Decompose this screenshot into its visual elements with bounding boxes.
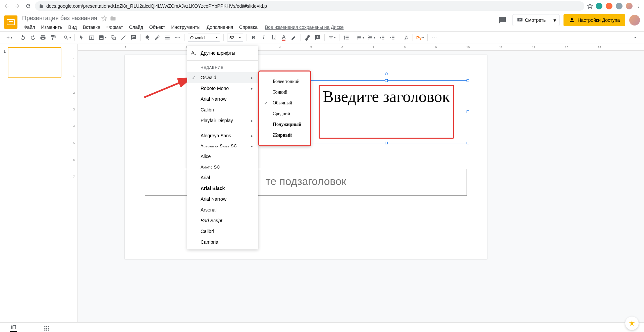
font-item[interactable]: Amatic SC <box>187 162 258 172</box>
text-color-button[interactable]: A <box>279 33 288 42</box>
font-item[interactable]: Alice <box>187 151 258 162</box>
redo-button[interactable] <box>28 33 38 42</box>
more-tools-button[interactable]: ⋯ <box>430 33 439 42</box>
font-item[interactable]: Arsenal <box>187 204 258 215</box>
url-bar[interactable]: docs.google.com/presentation/d/1qZl8r_RL… <box>35 1 584 11</box>
fill-color-button[interactable] <box>143 33 152 42</box>
font-item[interactable]: Arial Narrow <box>187 194 258 204</box>
select-tool[interactable] <box>77 33 86 42</box>
weight-item[interactable]: Более тонкий <box>259 76 310 87</box>
font-item[interactable]: Roboto Mono▸ <box>187 83 258 94</box>
menu-объект[interactable]: Объект <box>147 23 168 31</box>
italic-button[interactable]: I <box>259 33 268 42</box>
more-fonts-item[interactable]: A+ Другие шрифты <box>187 48 258 58</box>
font-item[interactable]: Arial Narrow <box>187 94 258 104</box>
present-label: Смотреть <box>525 17 546 23</box>
menu-слайд[interactable]: Слайд <box>126 23 146 31</box>
border-dash-button[interactable] <box>173 33 182 42</box>
profile-icon[interactable] <box>626 3 633 9</box>
menu-вид[interactable]: Вид <box>66 23 79 31</box>
font-item[interactable]: Alegreya Sans▸ <box>187 130 258 141</box>
font-item[interactable]: ✓Oswald▸ <box>187 72 258 83</box>
extension-icons: ⋮ <box>596 3 641 9</box>
menu-изменить[interactable]: Изменить <box>38 23 65 31</box>
comment-tool[interactable] <box>129 33 138 42</box>
filmstrip-view-icon[interactable] <box>10 325 17 332</box>
user-avatar[interactable] <box>629 15 640 26</box>
collapse-toolbar-button[interactable] <box>631 33 640 42</box>
lock-icon <box>39 4 44 8</box>
highlight-button[interactable] <box>289 33 299 42</box>
menu-вставка[interactable]: Вставка <box>80 23 103 31</box>
print-button[interactable] <box>38 33 48 42</box>
star-document-icon[interactable] <box>101 15 107 21</box>
link-button[interactable] <box>303 33 312 42</box>
font-item[interactable]: Arial Black <box>187 183 258 194</box>
zoom-button[interactable]: ▾ <box>62 33 72 42</box>
bulleted-list-button[interactable]: ▾ <box>366 33 377 42</box>
border-weight-button[interactable] <box>163 33 172 42</box>
font-item[interactable]: Cambria <box>187 237 258 247</box>
ext-icon-2[interactable] <box>606 3 612 9</box>
shape-tool[interactable] <box>109 33 118 42</box>
font-item[interactable]: Bad Script <box>187 215 258 226</box>
menu-дополнения[interactable]: Дополнения <box>204 23 236 31</box>
border-color-button[interactable] <box>153 33 162 42</box>
forward-button[interactable] <box>13 2 21 10</box>
move-folder-icon[interactable] <box>110 15 116 21</box>
textbox-tool[interactable] <box>87 33 96 42</box>
numbered-list-button[interactable]: ▾ <box>355 33 366 42</box>
paint-format-button[interactable] <box>48 33 58 42</box>
submenu-arrow-icon: ▸ <box>251 144 253 148</box>
increase-indent-button[interactable] <box>387 33 397 42</box>
present-dropdown[interactable]: ▾ <box>550 14 559 26</box>
share-label: Настройки Доступа <box>578 17 620 23</box>
menu-файл[interactable]: Файл <box>21 23 38 31</box>
ext-icon-1[interactable] <box>596 3 602 9</box>
back-button[interactable] <box>3 2 11 10</box>
doc-title[interactable]: Презентация без названия <box>21 14 99 22</box>
share-button[interactable]: Настройки Доступа <box>564 14 625 26</box>
add-comment-button[interactable] <box>313 33 322 42</box>
present-button[interactable]: Смотреть ▾ <box>513 14 559 26</box>
reload-button[interactable] <box>24 2 32 10</box>
weight-item[interactable]: Тонкий <box>259 87 310 98</box>
py-button[interactable]: Py▾ <box>415 33 425 42</box>
weight-item[interactable]: Жирный <box>259 130 310 141</box>
grid-view-icon[interactable] <box>44 325 50 331</box>
align-button[interactable]: ▾ <box>327 33 337 42</box>
decrease-indent-button[interactable] <box>377 33 387 42</box>
title-placeholder[interactable]: Введите заголовок <box>306 82 467 142</box>
explore-button[interactable] <box>625 317 639 330</box>
clear-formatting-button[interactable] <box>401 33 411 42</box>
menu-инструменты[interactable]: Инструменты <box>168 23 203 31</box>
font-item[interactable]: Arial <box>187 172 258 183</box>
weight-item[interactable]: ✓Обычный <box>259 98 310 108</box>
menu-формат[interactable]: Формат <box>104 23 126 31</box>
image-tool[interactable]: ▾ <box>97 33 108 42</box>
weight-item[interactable]: Полужирный <box>259 119 310 130</box>
undo-button[interactable] <box>18 33 28 42</box>
weight-item[interactable]: Средний <box>259 108 310 119</box>
slides-logo[interactable] <box>4 15 17 29</box>
font-item[interactable]: Alegreya Sans SC▸ <box>187 141 258 151</box>
font-add-icon: A+ <box>191 50 196 56</box>
comments-button[interactable] <box>496 14 508 26</box>
font-item[interactable]: Playfair Display▸ <box>187 115 258 126</box>
new-slide-button[interactable]: ＋▾ <box>4 33 14 42</box>
bold-button[interactable]: B <box>249 33 258 42</box>
star-icon[interactable] <box>587 3 593 9</box>
font-selector[interactable]: Oswald▾ <box>188 34 220 42</box>
font-size-selector[interactable]: 52▾ <box>227 34 243 42</box>
line-tool[interactable] <box>119 33 128 42</box>
ext-icon-3[interactable] <box>616 3 623 9</box>
slide-thumbnail[interactable] <box>8 47 61 78</box>
font-item[interactable]: Calibri <box>187 104 258 115</box>
menu-справка[interactable]: Справка <box>236 23 260 31</box>
font-size: 52 <box>229 35 234 40</box>
save-status[interactable]: Все изменения сохранены на Диске <box>265 25 344 30</box>
chrome-menu-icon[interactable]: ⋮ <box>636 3 641 9</box>
underline-button[interactable]: U <box>269 33 278 42</box>
font-item[interactable]: Calibri <box>187 226 258 237</box>
line-spacing-button[interactable] <box>341 33 351 42</box>
